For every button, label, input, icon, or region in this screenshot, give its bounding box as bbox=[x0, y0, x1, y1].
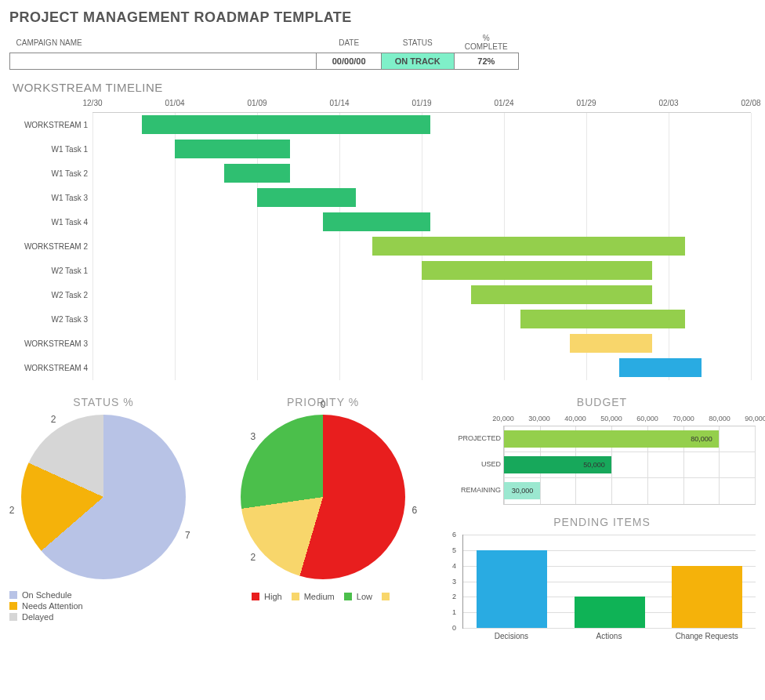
status-pie-card: STATUS % 722 On ScheduleNeeds AttentionD… bbox=[9, 396, 198, 640]
gantt-row-label: WORKSTREAM 4 bbox=[14, 364, 92, 372]
budget-tick: 70,000 bbox=[673, 415, 694, 423]
legend-swatch bbox=[9, 591, 17, 599]
gantt-tick: 01/29 bbox=[576, 99, 596, 107]
legend-label: High bbox=[264, 592, 282, 601]
gantt-row: W1 Task 4 bbox=[14, 210, 751, 234]
gantt-row-label: W2 Task 3 bbox=[14, 315, 92, 324]
timeline-title: WORKSTREAM TIMELINE bbox=[13, 81, 756, 94]
gantt-row: WORKSTREAM 1 bbox=[14, 113, 751, 137]
legend-item bbox=[382, 592, 394, 601]
date-label: DATE bbox=[317, 31, 381, 53]
budget-chart: PROJECTED80,000USED50,000REMAINING30,000 bbox=[503, 426, 756, 505]
complete-value[interactable]: 72% bbox=[454, 53, 518, 70]
pie-value-label: 3 bbox=[250, 431, 256, 442]
date-value[interactable]: 00/00/00 bbox=[317, 53, 381, 70]
gantt-bar bbox=[520, 310, 685, 328]
budget-row-label: REMAINING bbox=[449, 486, 501, 494]
gantt-row: WORKSTREAM 2 bbox=[14, 234, 751, 259]
pending-ytick: 4 bbox=[452, 562, 456, 570]
gantt-row-label: W1 Task 1 bbox=[14, 145, 92, 154]
legend-label: Medium bbox=[304, 592, 335, 601]
gantt-tick: 01/09 bbox=[247, 99, 266, 107]
campaign-label: CAMPAIGN NAME bbox=[10, 31, 317, 53]
status-value[interactable]: ON TRACK bbox=[381, 53, 454, 70]
pending-ytick: 2 bbox=[452, 593, 456, 600]
gantt-row-label: W2 Task 2 bbox=[14, 291, 92, 299]
legend-label: Delayed bbox=[22, 612, 53, 622]
gantt-row-label: W1 Task 2 bbox=[14, 169, 92, 178]
legend-item: Delayed bbox=[9, 612, 198, 622]
gantt-row: WORKSTREAM 3 bbox=[14, 332, 751, 356]
legend-item: Medium bbox=[292, 592, 335, 601]
gantt-row: W1 Task 3 bbox=[14, 186, 751, 210]
campaign-value[interactable] bbox=[10, 53, 317, 70]
pie-value-label: 2 bbox=[250, 552, 256, 563]
gantt-tick: 02/08 bbox=[741, 99, 760, 107]
gantt-chart: 12/3001/0401/0901/1401/1901/2401/2902/03… bbox=[14, 99, 751, 380]
legend-item: On Schedule bbox=[9, 590, 198, 600]
budget-row: REMAINING30,000 bbox=[504, 478, 755, 504]
priority-pie-card: PRIORITY % 6230 HighMediumLow bbox=[221, 396, 425, 640]
legend-label: Low bbox=[357, 592, 372, 601]
budget-bar-value: 50,000 bbox=[583, 461, 605, 469]
legend-label: Needs Attention bbox=[22, 601, 83, 611]
pending-ytick: 1 bbox=[452, 608, 456, 616]
budget-row: USED50,000 bbox=[504, 452, 755, 478]
budget-tick: 60,000 bbox=[636, 415, 658, 423]
gantt-bar bbox=[224, 164, 290, 183]
gantt-row-label: WORKSTREAM 2 bbox=[14, 242, 92, 251]
gantt-row-label: W2 Task 1 bbox=[14, 267, 92, 275]
budget-tick: 30,000 bbox=[528, 415, 550, 423]
gantt-tick: 01/24 bbox=[494, 99, 513, 107]
page-title: PROJECT MANAGEMENT ROADMAP TEMPLATE bbox=[9, 9, 756, 26]
budget-tick: 20,000 bbox=[492, 415, 514, 423]
legend-swatch bbox=[292, 593, 299, 600]
pie-value-label: 6 bbox=[412, 505, 417, 516]
budget-row-label: PROJECTED bbox=[449, 434, 501, 442]
pending-bar-label: Actions bbox=[560, 629, 658, 640]
pie-value-label: 7 bbox=[185, 530, 190, 541]
budget-row: PROJECTED80,000 bbox=[504, 426, 755, 452]
pie-value-label: 0 bbox=[321, 399, 326, 410]
gantt-row: W2 Task 2 bbox=[14, 283, 751, 307]
gantt-tick: 02/03 bbox=[658, 99, 678, 107]
budget-tick: 80,000 bbox=[709, 415, 731, 423]
gantt-row: W1 Task 1 bbox=[14, 137, 751, 161]
gantt-bar bbox=[422, 261, 652, 280]
pending-ytick: 0 bbox=[452, 624, 456, 632]
gantt-bar bbox=[257, 188, 356, 207]
gantt-row-label: WORKSTREAM 3 bbox=[14, 339, 92, 348]
pending-bar bbox=[477, 550, 547, 628]
budget-tick: 50,000 bbox=[600, 415, 622, 423]
budget-bar-value: 80,000 bbox=[691, 435, 712, 443]
gantt-bar bbox=[372, 237, 685, 256]
gantt-tick: 01/19 bbox=[412, 99, 431, 107]
gantt-bar bbox=[175, 140, 290, 158]
budget-tick: 40,000 bbox=[564, 415, 586, 423]
gantt-row-label: W1 Task 3 bbox=[14, 194, 92, 202]
pie-value-label: 2 bbox=[9, 505, 15, 516]
pending-bar bbox=[672, 566, 742, 628]
gantt-row-label: WORKSTREAM 1 bbox=[14, 121, 92, 129]
legend-label: On Schedule bbox=[22, 590, 72, 600]
budget-row-label: USED bbox=[449, 460, 501, 468]
pending-ytick: 6 bbox=[452, 531, 456, 539]
complete-label: % COMPLETE bbox=[454, 31, 518, 53]
legend-swatch bbox=[252, 593, 259, 600]
gantt-row: WORKSTREAM 4 bbox=[14, 356, 751, 380]
budget-title: BUDGET bbox=[448, 396, 756, 408]
pending-ytick: 3 bbox=[452, 578, 456, 586]
legend-item: High bbox=[252, 592, 282, 601]
gantt-bar bbox=[142, 115, 430, 134]
legend-swatch bbox=[382, 593, 390, 600]
priority-legend: HighMediumLow bbox=[221, 590, 425, 603]
budget-tick: 90,000 bbox=[745, 415, 765, 423]
header-table: CAMPAIGN NAME DATE STATUS % COMPLETE 00/… bbox=[9, 31, 519, 70]
budget-bar bbox=[504, 430, 719, 448]
pending-bar-label: Decisions bbox=[462, 629, 560, 640]
legend-item: Low bbox=[344, 592, 372, 601]
pie-value-label: 2 bbox=[51, 414, 56, 425]
legend-swatch bbox=[344, 593, 352, 600]
legend-item: Needs Attention bbox=[9, 601, 198, 611]
status-legend: On ScheduleNeeds AttentionDelayed bbox=[9, 590, 198, 622]
